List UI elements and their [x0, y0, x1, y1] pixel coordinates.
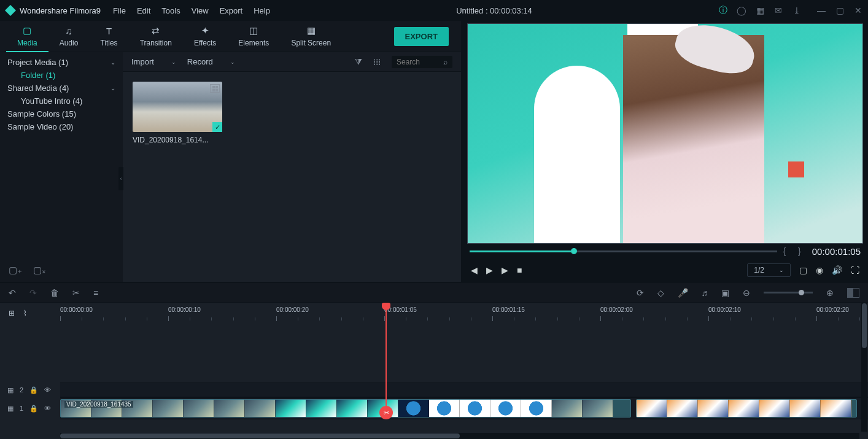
playhead[interactable]: ✂ [386, 304, 387, 413]
tab-titles[interactable]: TTitles [89, 22, 128, 51]
close-icon[interactable]: ✕ [853, 6, 863, 15]
prev-frame-button[interactable]: ◀ [471, 265, 478, 275]
caret-down-icon: ⌄ [779, 267, 784, 273]
ruler-tick: 00:00:00:10 [168, 306, 201, 313]
grid-view-icon[interactable]: ⁞⁞⁞ [373, 57, 381, 67]
tree-youtube-intro[interactable]: YouTube Intro (4) [0, 95, 123, 107]
tab-audio[interactable]: ♫Audio [48, 22, 90, 51]
message-icon[interactable]: ✉ [773, 6, 783, 15]
tab-split-screen[interactable]: ▦Split Screen [280, 21, 342, 51]
track-2: ▦ 2 🔒 👁 [0, 383, 868, 397]
lock-icon[interactable]: 🔒 [29, 386, 38, 394]
tree-shared-media[interactable]: Shared Media (4)⌄ [0, 82, 123, 95]
undo-button[interactable]: ↶ [9, 288, 16, 298]
menu-export[interactable]: Export [220, 6, 243, 15]
zoom-handle[interactable] [799, 290, 804, 295]
menu-view[interactable]: View [192, 6, 209, 15]
hscroll-thumb[interactable] [60, 433, 460, 438]
timeline-ruler[interactable]: 00:00:00:0000:00:00:1000:00:00:2000:00:0… [60, 306, 868, 330]
info-icon[interactable]: ⓘ [718, 5, 728, 16]
record-dropdown[interactable]: Record⌄ [187, 57, 235, 66]
tab-transition[interactable]: ⇄Transition [129, 21, 183, 51]
playhead-handle-icon[interactable] [382, 303, 390, 310]
delete-folder-icon[interactable]: ▢ₓ [33, 265, 46, 276]
timeline-vscroll[interactable] [861, 303, 867, 432]
crop-icon[interactable]: ▣ [721, 288, 729, 298]
ruler-tick: 00:00:00:20 [276, 306, 309, 313]
scrub-fill [470, 251, 571, 252]
zoom-in-icon[interactable]: ⊕ [826, 288, 834, 298]
media-item[interactable]: ✓ VID_20200918_1614... [133, 82, 222, 144]
preview-zoom-select[interactable]: 1/2⌄ [747, 263, 791, 277]
track-1-body[interactable]: VID_20200918_161435 [60, 397, 868, 419]
mark-braces[interactable]: { } [783, 246, 806, 256]
sidebar-collapse-handle[interactable]: ‹ [118, 167, 123, 190]
stop-button[interactable]: ■ [517, 265, 522, 275]
playhead-split-icon[interactable]: ✂ [379, 406, 393, 419]
voiceover-icon[interactable]: 🎤 [678, 288, 688, 298]
tab-media-label: Media [17, 39, 37, 47]
preview-viewport[interactable] [467, 23, 863, 244]
filter-icon[interactable]: ⧩ [355, 56, 362, 67]
menu-tools[interactable]: Tools [161, 6, 180, 15]
vscroll-thumb[interactable] [862, 303, 867, 348]
new-folder-icon[interactable]: ▢₊ [9, 265, 22, 276]
menu-edit[interactable]: Edit [137, 6, 150, 15]
timeline-clip-2[interactable] [636, 399, 857, 418]
fullscreen-icon[interactable]: ⛶ [851, 265, 859, 275]
play-button[interactable]: ▶ [486, 265, 493, 275]
chevron-down-icon: ⌄ [110, 59, 115, 66]
audio-mixer-icon[interactable]: ♬ [702, 288, 708, 298]
folder-icon: ▢ [23, 25, 31, 36]
maximize-icon[interactable]: ▢ [835, 6, 845, 15]
account-icon[interactable]: ◯ [737, 6, 746, 15]
track-manager-icon[interactable]: ⊞ [9, 309, 15, 317]
delete-button[interactable]: 🗑 [50, 288, 59, 298]
gallery-icon[interactable]: ▦ [755, 6, 765, 15]
export-button[interactable]: EXPORT [394, 27, 449, 46]
snap-icon[interactable]: ⌇ [23, 309, 27, 317]
tree-project-media[interactable]: Project Media (1)⌄ [0, 56, 123, 69]
minimize-icon[interactable]: — [816, 6, 826, 15]
tree-sample-colors[interactable]: Sample Colors (15) [0, 107, 123, 120]
ruler-tick: 00:00:02:20 [816, 306, 849, 313]
volume-icon[interactable]: 🔊 [832, 265, 842, 275]
menu-file[interactable]: File [113, 6, 126, 15]
split-button[interactable]: ✂ [72, 288, 80, 298]
snapshot-icon[interactable]: ◉ [816, 265, 823, 275]
import-dropdown[interactable]: Import⌄ [131, 57, 176, 66]
tab-effects[interactable]: ✦Effects [183, 21, 227, 51]
next-frame-button[interactable]: ▶ [502, 265, 508, 275]
edit-tools-icon[interactable]: ≡ [93, 288, 98, 298]
timeline-zoom-slider[interactable] [764, 292, 813, 293]
visibility-icon[interactable]: 👁 [44, 405, 51, 412]
tab-elements-label: Elements [238, 39, 269, 47]
quality-icon[interactable]: ▢ [799, 265, 807, 275]
preview-scrub-track[interactable] [470, 251, 777, 252]
render-preview-icon[interactable]: ⟳ [637, 288, 644, 298]
download-icon[interactable]: ⤓ [792, 6, 802, 15]
tab-media[interactable]: ▢Media [6, 21, 48, 52]
visibility-icon[interactable]: 👁 [44, 386, 51, 394]
search-icon[interactable]: ⌕ [443, 58, 448, 66]
tree-label: YouTube Intro (4) [21, 96, 82, 106]
zoom-out-icon[interactable]: ⊖ [743, 288, 750, 298]
marker-icon[interactable]: ◇ [657, 288, 664, 298]
media-thumbnail[interactable]: ✓ [133, 82, 222, 132]
timeline-clip-1[interactable]: VID_20200918_161435 [60, 399, 631, 418]
tree-folder-1[interactable]: Folder (1) [0, 69, 123, 82]
search-input[interactable] [397, 58, 438, 66]
scrub-handle[interactable] [571, 248, 577, 254]
tree-label: Shared Media (4) [7, 84, 69, 93]
timeline-hscroll[interactable] [60, 433, 859, 439]
search-box[interactable]: ⌕ [392, 56, 452, 68]
transition-icon: ⇄ [152, 25, 160, 36]
zoom-fit-toggle[interactable] [847, 288, 859, 298]
tree-sample-video[interactable]: Sample Video (20) [0, 120, 123, 133]
redo-button[interactable]: ↷ [29, 288, 37, 298]
track-num: 1 [20, 405, 23, 412]
menu-help[interactable]: Help [254, 6, 270, 15]
tab-elements[interactable]: ◫Elements [227, 21, 280, 51]
lock-icon[interactable]: 🔒 [29, 405, 38, 413]
track-2-body[interactable] [60, 383, 868, 397]
